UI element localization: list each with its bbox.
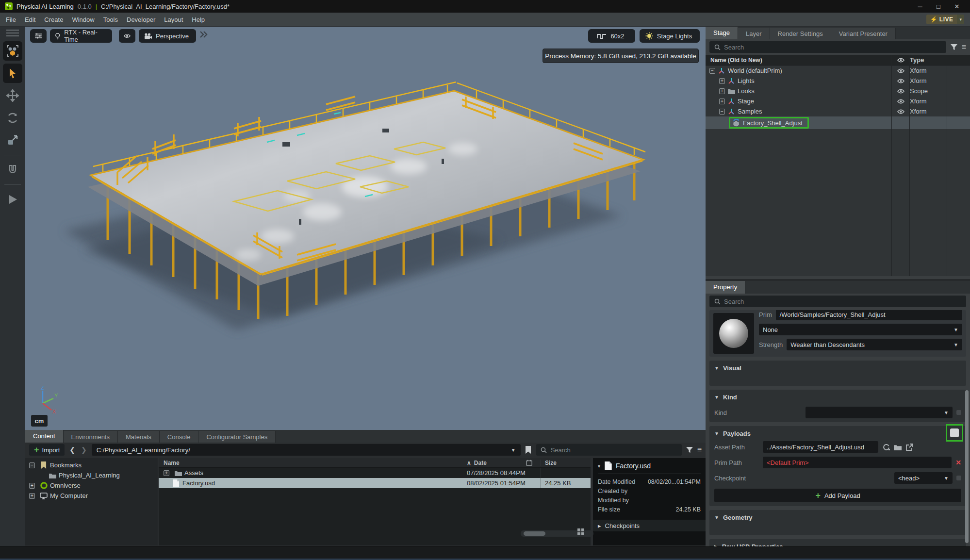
tab-variant-presenter[interactable]: Variant Presenter — [831, 28, 896, 39]
path-field[interactable]: ▼ — [92, 444, 521, 456]
remove-payload-icon[interactable]: ✕ — [955, 459, 961, 466]
section-payloads-header[interactable]: ▼ Payloads — [714, 430, 961, 437]
snap-tool-button[interactable] — [3, 160, 22, 180]
collapse-triangle-icon[interactable]: ▾ — [598, 463, 600, 469]
tab-layer[interactable]: Layer — [738, 28, 770, 39]
menu-create[interactable]: Create — [44, 16, 63, 23]
expand-icon[interactable]: + — [719, 78, 725, 84]
menu-window[interactable]: Window — [72, 16, 94, 23]
expand-icon[interactable]: + — [164, 470, 169, 476]
stage-tree-header[interactable]: Name (Old to New) Type — [706, 55, 970, 66]
open-external-icon[interactable] — [905, 443, 913, 451]
tab-content[interactable]: Content — [25, 430, 64, 443]
column-date[interactable]: ∧ Date — [467, 459, 541, 467]
payload-enabled-checkbox-highlighted[interactable] — [946, 424, 963, 442]
filter-icon[interactable] — [950, 43, 958, 51]
add-payload-button[interactable]: + Add Payload — [714, 489, 961, 502]
camera-dropdown[interactable]: Perspective — [139, 29, 196, 43]
tab-environments[interactable]: Environments — [64, 431, 118, 443]
tree-row-omniverse[interactable]: + Omniverse — [25, 480, 158, 491]
stage-lights-button[interactable]: Stage Lights — [640, 29, 700, 43]
prim-path-field[interactable]: /World/Samples/Factory_Shell_Adjust — [776, 310, 962, 320]
section-raw-usd-header[interactable]: ▶ Raw USD Properties — [714, 543, 961, 546]
menu-edit[interactable]: Edit — [25, 16, 35, 23]
file-row-assets[interactable]: + Assets 07/28/2025 08:44PM — [159, 468, 591, 478]
visibility-eye-icon[interactable] — [892, 79, 910, 83]
import-button[interactable]: + Import — [29, 444, 65, 456]
prim-select-mode-button[interactable] — [3, 41, 22, 61]
property-scrollbar[interactable] — [965, 390, 969, 543]
stage-row-lights[interactable]: + Lights Xform — [706, 76, 970, 86]
reset-dot[interactable] — [956, 410, 961, 415]
tab-stage[interactable]: Stage — [706, 27, 738, 39]
property-search-field[interactable] — [709, 296, 966, 307]
tree-row-my-computer[interactable]: + My Computer — [25, 491, 158, 501]
tab-console[interactable]: Console — [160, 431, 199, 443]
visibility-options-button[interactable] — [119, 29, 135, 43]
viewport-3d[interactable]: RTX - Real-Time Perspective 60x2 — [25, 27, 706, 430]
view-options-icon[interactable]: ≡ — [697, 445, 702, 454]
menu-help[interactable]: Help — [192, 16, 205, 23]
visibility-eye-icon[interactable] — [892, 68, 910, 73]
maximize-button[interactable]: □ — [930, 1, 947, 12]
rotate-tool-button[interactable] — [3, 108, 22, 128]
stage-row-stage[interactable]: + Stage Xform — [706, 96, 970, 106]
calendar-icon[interactable] — [526, 459, 533, 467]
renderer-dropdown[interactable]: RTX - Real-Time — [50, 29, 112, 43]
content-search-field[interactable] — [536, 444, 682, 456]
file-row-factory-usd[interactable]: Factory.usd 08/02/2025 01:54PM 24.25 KB — [159, 478, 591, 488]
path-input[interactable] — [97, 446, 507, 454]
stage-search-input[interactable] — [724, 44, 942, 51]
render-settings-button[interactable] — [30, 29, 47, 43]
frame-rate-button[interactable]: 60x2 — [588, 29, 635, 43]
grid-view-toggle-icon[interactable] — [577, 528, 585, 538]
section-kind-header[interactable]: ▼ Kind — [714, 394, 961, 401]
close-button[interactable]: ✕ — [949, 1, 965, 12]
stage-row-samples[interactable]: − Samples Xform — [706, 106, 970, 116]
filter-icon[interactable] — [686, 446, 693, 454]
section-visual-header[interactable]: ▼ Visual — [714, 364, 961, 372]
collapse-icon[interactable]: − — [719, 109, 725, 115]
section-geometry-header[interactable]: ▼ Geometry — [714, 514, 961, 521]
visibility-eye-icon[interactable] — [892, 99, 910, 104]
tree-row-physical-ai-learning[interactable]: Physical_AI_Learning — [25, 470, 158, 480]
expand-icon[interactable]: + — [719, 99, 725, 104]
collapse-icon[interactable]: − — [29, 462, 35, 468]
payload-prim-path-field[interactable]: <Default Prim> — [763, 457, 952, 468]
tree-row-bookmarks[interactable]: − Bookmarks — [25, 460, 158, 470]
visibility-eye-icon[interactable] — [892, 89, 910, 94]
checkpoints-section-header[interactable]: ▸ Checkpoints — [593, 520, 706, 531]
stage-row-looks[interactable]: + Looks Scope — [706, 86, 970, 96]
stage-row-world[interactable]: − World (defaultPrim) Xform — [706, 66, 970, 76]
chevron-down-icon[interactable]: ▼ — [507, 447, 516, 453]
asset-path-field[interactable]: ../Assets/Factory_Shell_Adjust.usd — [763, 441, 878, 453]
tab-property[interactable]: Property — [706, 281, 745, 294]
tab-materials[interactable]: Materials — [118, 431, 160, 443]
reload-icon[interactable] — [882, 443, 890, 451]
kind-dropdown[interactable]: ▼ — [806, 407, 953, 418]
visibility-eye-icon[interactable] — [892, 109, 910, 114]
expand-icon[interactable]: + — [719, 88, 725, 94]
property-search-input[interactable] — [724, 298, 962, 305]
content-search-input[interactable] — [551, 446, 678, 454]
stage-search-field[interactable] — [709, 41, 946, 53]
menu-file[interactable]: File — [6, 16, 16, 23]
forward-button[interactable]: ❯ — [80, 446, 88, 454]
rail-grip-icon[interactable] — [6, 30, 19, 36]
play-button[interactable] — [3, 190, 22, 209]
minimize-button[interactable]: ─ — [912, 1, 928, 12]
checkpoint-mini-box[interactable] — [956, 476, 961, 480]
checkpoint-dropdown[interactable]: <head> ▼ — [894, 472, 953, 484]
menu-layout[interactable]: Layout — [164, 16, 183, 23]
folder-browse-icon[interactable] — [894, 443, 902, 451]
column-size[interactable]: Size — [541, 460, 591, 466]
bookmark-icon[interactable] — [525, 446, 532, 454]
scale-tool-button[interactable] — [3, 131, 22, 150]
options-menu-icon[interactable]: ≡ — [962, 43, 966, 51]
viewport-3d-scene[interactable] — [25, 27, 706, 430]
strength-dropdown[interactable]: Weaker than Descendants ▼ — [787, 339, 962, 350]
column-name[interactable]: Name — [159, 460, 467, 466]
live-dropdown-chevron[interactable]: ▾ — [957, 15, 964, 24]
material-dropdown[interactable]: None ▼ — [759, 324, 962, 335]
select-tool-button[interactable] — [3, 64, 22, 83]
